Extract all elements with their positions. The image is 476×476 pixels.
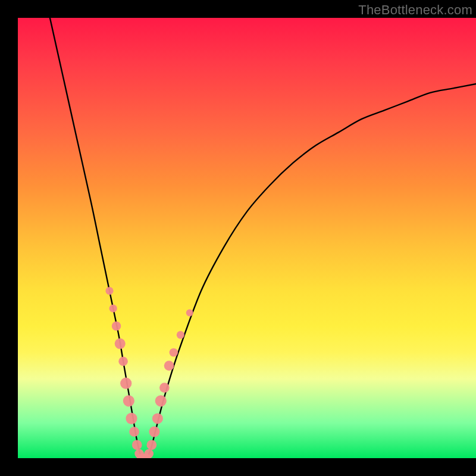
marker-dot: [159, 383, 170, 393]
watermark-text: TheBottleneck.com: [358, 2, 472, 18]
marker-dot: [146, 440, 156, 450]
marker-dot: [112, 321, 121, 331]
marker-dot: [132, 440, 142, 450]
marker-dot: [155, 395, 167, 406]
marker-dot: [164, 361, 174, 371]
chart-svg: [18, 18, 476, 458]
chart-frame: TheBottleneck.com: [0, 0, 476, 476]
marker-dot: [105, 287, 113, 295]
marker-dot: [149, 427, 159, 437]
marker-dot: [177, 331, 184, 339]
bottleneck-curve: [50, 18, 476, 458]
marker-dot: [186, 309, 193, 317]
marker-dot: [123, 395, 134, 406]
marker-dot: [129, 427, 139, 437]
marker-dot: [118, 356, 128, 366]
marker-dot: [152, 413, 163, 424]
marker-dot: [144, 449, 154, 458]
marker-dot: [120, 378, 131, 389]
marker-dot: [126, 413, 137, 424]
highlighted-points: [105, 287, 193, 458]
marker-dot: [115, 339, 126, 349]
chart-plot-area: [18, 18, 476, 458]
marker-dot: [170, 348, 178, 356]
marker-dot: [109, 305, 117, 312]
